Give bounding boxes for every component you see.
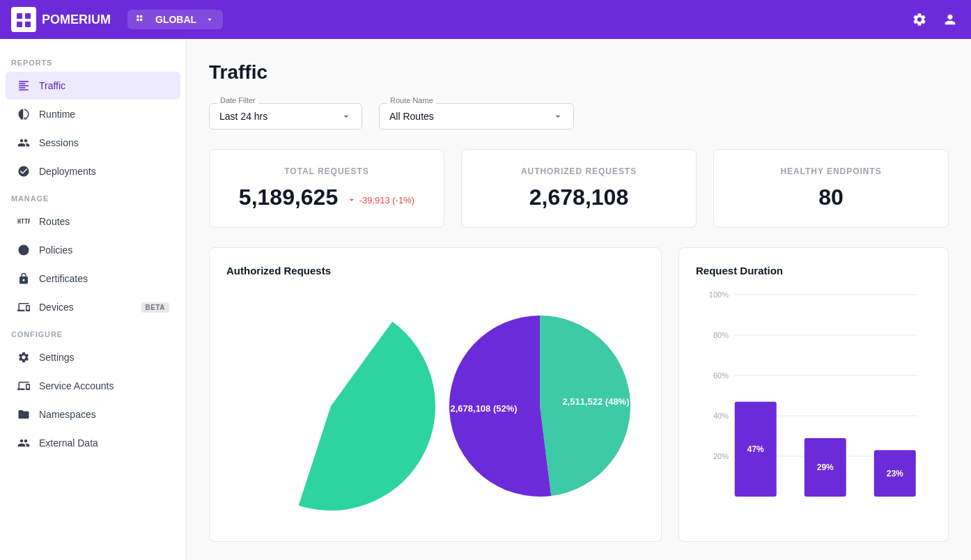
certificates-icon (17, 272, 31, 286)
authorized-requests-label: AUTHORIZED REQUESTS (479, 166, 679, 176)
svg-rect-0 (17, 13, 22, 19)
authorized-requests-value: 2,678,108 (479, 185, 679, 210)
traffic-icon (17, 79, 31, 93)
bar-chart-svg: 100%80%60%40%20%47%29%23% (696, 288, 931, 511)
pie-chart-svg: 2,511,522 (48%)2,678,108 (52%) (435, 302, 644, 511)
sidebar-item-policies[interactable]: Policies (6, 236, 180, 264)
svg-rect-1 (25, 13, 31, 19)
svg-rect-7 (140, 19, 142, 21)
date-filter-label: Date Filter (217, 96, 258, 104)
svg-text:23%: 23% (887, 469, 903, 479)
routes-icon: HTTP (17, 215, 31, 228)
healthy-endpoints-label: HEALTHY ENDPOINTS (731, 166, 931, 176)
healthy-endpoints-card: HEALTHY ENDPOINTS 80 (713, 149, 949, 228)
topbar-right (910, 10, 960, 29)
settings-sidebar-icon (17, 350, 31, 364)
configure-section-label: CONFIGURE (0, 322, 186, 343)
page-title: Traffic (209, 61, 949, 84)
svg-text:100%: 100% (709, 290, 729, 299)
main-content: Traffic Date Filter Last 24 hrs Route Na… (187, 39, 971, 560)
svg-rect-4 (137, 15, 139, 17)
devices-icon (17, 300, 31, 314)
bar-chart-container: 100%80%60%40%20%47%29%23% (696, 288, 931, 524)
svg-text:2,511,522 (48%): 2,511,522 (48%) (562, 396, 629, 407)
date-filter-group: Date Filter Last 24 hrs (209, 103, 362, 130)
svg-text:HTTP: HTTP (17, 218, 30, 225)
svg-text:60%: 60% (713, 371, 729, 380)
topbar-left: POMERIUM GLOBAL (11, 7, 223, 32)
policies-icon (17, 243, 31, 257)
sidebar-item-deployments[interactable]: Deployments (6, 157, 180, 185)
total-requests-value: 5,189,625 -39,913 (-1%) (226, 185, 427, 210)
authorized-requests-card: AUTHORIZED REQUESTS 2,678,108 (461, 149, 697, 228)
pie-chart (226, 302, 435, 511)
svg-rect-5 (140, 15, 142, 17)
filters-row: Date Filter Last 24 hrs Route Name All R… (209, 103, 949, 130)
svg-text:47%: 47% (747, 444, 764, 454)
sidebar-item-traffic[interactable]: Traffic (6, 72, 180, 100)
sidebar-item-service-accounts[interactable]: Service Accounts (6, 372, 180, 400)
sidebar-item-runtime[interactable]: Runtime (6, 100, 180, 128)
svg-rect-3 (25, 22, 31, 27)
sidebar-item-namespaces[interactable]: Namespaces (6, 400, 180, 428)
route-filter-select[interactable]: All Routes (379, 103, 574, 130)
reports-section-label: REPORTS (0, 50, 186, 71)
svg-text:2,678,108 (52%): 2,678,108 (52%) (450, 403, 517, 414)
authorized-requests-chart-title: Authorized Requests (226, 265, 644, 277)
sidebar-item-devices[interactable]: Devices BETA (6, 293, 180, 321)
request-duration-chart-title: Request Duration (696, 265, 931, 277)
sessions-icon (17, 136, 31, 150)
user-icon[interactable] (940, 10, 960, 29)
beta-badge: BETA (141, 302, 169, 313)
date-filter-select[interactable]: Last 24 hrs (209, 103, 362, 130)
external-data-icon (17, 436, 31, 450)
sidebar-item-certificates[interactable]: Certificates (6, 265, 180, 293)
logo: POMERIUM (11, 7, 111, 32)
topbar: POMERIUM GLOBAL (0, 0, 971, 39)
namespaces-icon (17, 407, 31, 421)
svg-rect-6 (137, 19, 139, 21)
route-filter-label: Route Name (387, 96, 436, 104)
sidebar: REPORTS Traffic Runtime Sessions Deploym… (0, 39, 187, 560)
route-filter-group: Route Name All Routes (379, 103, 574, 130)
runtime-icon (17, 107, 31, 121)
sidebar-item-sessions[interactable]: Sessions (6, 129, 180, 157)
settings-icon[interactable] (910, 10, 929, 29)
service-accounts-icon (17, 379, 31, 393)
svg-text:80%: 80% (713, 331, 729, 339)
manage-section-label: MANAGE (0, 186, 186, 207)
sidebar-item-routes[interactable]: HTTP Routes (6, 208, 180, 235)
global-selector[interactable]: GLOBAL (127, 10, 223, 29)
total-requests-change: -39,913 (-1%) (347, 195, 414, 205)
authorized-requests-chart: Authorized Requests 2,511,522 (48%)2,678… (209, 247, 662, 542)
deployments-icon (17, 164, 31, 178)
layout: REPORTS Traffic Runtime Sessions Deploym… (0, 39, 971, 560)
pie-chart-container: 2,511,522 (48%)2,678,108 (52%) (226, 288, 644, 524)
total-requests-label: TOTAL REQUESTS (226, 166, 427, 176)
stats-row: TOTAL REQUESTS 5,189,625 -39,913 (-1%) A… (209, 149, 949, 228)
charts-row: Authorized Requests 2,511,522 (48%)2,678… (209, 247, 949, 542)
request-duration-chart: Request Duration 100%80%60%40%20%47%29%2… (678, 247, 949, 542)
svg-rect-2 (17, 22, 22, 27)
svg-text:40%: 40% (713, 412, 729, 420)
logo-icon (11, 7, 36, 32)
sidebar-item-external-data[interactable]: External Data (6, 429, 180, 457)
total-requests-card: TOTAL REQUESTS 5,189,625 -39,913 (-1%) (209, 149, 444, 228)
svg-text:29%: 29% (817, 462, 834, 472)
sidebar-item-settings[interactable]: Settings (6, 343, 180, 371)
svg-text:20%: 20% (713, 452, 729, 460)
healthy-endpoints-value: 80 (731, 185, 931, 210)
